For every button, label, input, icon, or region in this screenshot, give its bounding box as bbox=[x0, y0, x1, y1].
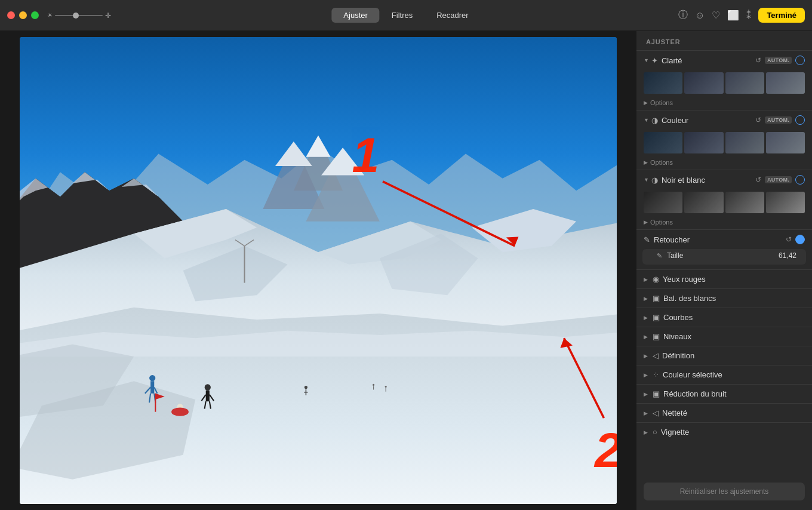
section-clarte: ▼ ✦ Clarté ↺ AUTOM. ▶ Options bbox=[636, 50, 812, 110]
chevron-right-icon: ▶ bbox=[644, 353, 648, 359]
thumbnail[interactable] bbox=[644, 192, 682, 213]
options-label: Options bbox=[650, 219, 673, 226]
slider-thumb[interactable] bbox=[73, 13, 79, 19]
face-icon[interactable]: ☺ bbox=[695, 10, 705, 21]
chevron-right-icon: ▶ bbox=[644, 159, 648, 165]
reduction-bruit-icon: ▣ bbox=[653, 389, 660, 398]
thumbnail[interactable] bbox=[725, 192, 764, 213]
toggle-circle-active[interactable] bbox=[795, 235, 805, 244]
tab-ajuster[interactable]: Ajuster bbox=[331, 8, 379, 23]
chevron-down-icon: ▼ bbox=[644, 177, 649, 183]
taille-icon: ✎ bbox=[657, 252, 662, 260]
auto-badge[interactable]: AUTOM. bbox=[765, 176, 792, 183]
courbes-title: Courbes bbox=[663, 313, 693, 322]
couleur-selective-title: Couleur sélective bbox=[663, 370, 722, 379]
svg-point-44 bbox=[385, 386, 386, 388]
main-content: 1 2 AJUSTER ▼ ✦ Clarté bbox=[0, 31, 812, 510]
section-niveaux[interactable]: ▶ ▣ Niveaux bbox=[636, 327, 812, 346]
undo-icon[interactable]: ↺ bbox=[786, 235, 792, 244]
clarte-icon: ✦ bbox=[651, 56, 658, 65]
nettete-title: Netteté bbox=[662, 408, 687, 417]
undo-icon[interactable]: ↺ bbox=[755, 56, 761, 64]
clarte-options[interactable]: ▶ Options bbox=[636, 97, 812, 110]
chevron-down-icon: ▼ bbox=[644, 117, 649, 123]
thumbnail[interactable] bbox=[684, 192, 723, 213]
retoucher-actions: ↺ bbox=[786, 235, 805, 244]
thumbnail[interactable] bbox=[684, 72, 723, 94]
section-noir-blanc: ▼ ◑ Noir et blanc ↺ AUTOM. ▶ Options bbox=[636, 170, 812, 229]
share-icon[interactable]: ⬜ bbox=[727, 10, 739, 21]
thumbnail[interactable] bbox=[684, 132, 723, 153]
courbes-icon: ▣ bbox=[653, 313, 660, 322]
chevron-right-icon: ▶ bbox=[644, 296, 648, 302]
section-definition[interactable]: ▶ ◁ Définition bbox=[636, 346, 812, 365]
brightness-max-icon: ✛ bbox=[105, 11, 111, 20]
svg-point-23 bbox=[149, 375, 155, 381]
chevron-right-icon: ▶ bbox=[644, 276, 648, 282]
section-clarte-header[interactable]: ▼ ✦ Clarté ↺ AUTOM. bbox=[636, 51, 812, 70]
section-vignette[interactable]: ▶ ○ Vignette bbox=[636, 422, 812, 441]
svg-point-32 bbox=[171, 407, 189, 416]
section-courbes[interactable]: ▶ ▣ Courbes bbox=[636, 308, 812, 327]
thumbnail[interactable] bbox=[725, 132, 764, 153]
vignette-icon: ○ bbox=[653, 428, 657, 437]
photo-background: 1 2 bbox=[20, 37, 617, 504]
reduction-bruit-title: Réduction du bruit bbox=[663, 389, 727, 398]
couleur-icon: ◑ bbox=[651, 116, 658, 125]
heart-icon[interactable]: ♡ bbox=[712, 10, 720, 21]
thumbnail[interactable] bbox=[644, 72, 682, 94]
reset-button[interactable]: Réinitialiser les ajustements bbox=[644, 483, 805, 500]
section-bal-blancs[interactable]: ▶ ▣ Bal. des blancs bbox=[636, 288, 812, 308]
section-reduction-bruit[interactable]: ▶ ▣ Réduction du bruit bbox=[636, 384, 812, 403]
undo-icon[interactable]: ↺ bbox=[755, 116, 761, 124]
noir-blanc-icon: ◑ bbox=[651, 176, 658, 185]
svg-point-33 bbox=[204, 384, 210, 390]
toggle-circle[interactable] bbox=[795, 56, 805, 65]
thumbnail[interactable] bbox=[725, 72, 764, 94]
nettete-icon: ◁ bbox=[653, 408, 659, 417]
brightness-slider[interactable]: ☀ ✛ bbox=[47, 11, 111, 20]
slider-track[interactable] bbox=[55, 15, 103, 16]
niveaux-title: Niveaux bbox=[663, 332, 691, 341]
tab-filtres[interactable]: Filtres bbox=[380, 8, 425, 23]
undo-icon[interactable]: ↺ bbox=[755, 176, 761, 184]
taille-row: ✎ Taille 61,42 bbox=[642, 249, 806, 265]
thumbnail[interactable] bbox=[644, 132, 682, 153]
section-couleur-selective[interactable]: ▶ ⁘ Couleur sélective bbox=[636, 365, 812, 384]
info-icon[interactable]: ⓘ bbox=[678, 9, 688, 21]
taille-value: 61,42 bbox=[779, 251, 796, 260]
toggle-circle[interactable] bbox=[795, 175, 805, 185]
compare-icon[interactable]: ⁑ bbox=[746, 10, 751, 21]
close-button[interactable] bbox=[7, 11, 15, 19]
niveaux-icon: ▣ bbox=[653, 332, 660, 341]
noir-blanc-options[interactable]: ▶ Options bbox=[636, 217, 812, 229]
fullscreen-button[interactable] bbox=[31, 11, 39, 19]
traffic-lights bbox=[7, 11, 39, 19]
minimize-button[interactable] bbox=[19, 11, 27, 19]
section-nettete[interactable]: ▶ ◁ Netteté bbox=[636, 403, 812, 422]
section-couleur-header[interactable]: ▼ ◑ Couleur ↺ AUTOM. bbox=[636, 110, 812, 130]
tab-bar: Ajuster Filtres Recadrer bbox=[331, 8, 480, 23]
mountain-svg: 1 2 bbox=[20, 37, 617, 504]
tab-recadrer[interactable]: Recadrer bbox=[425, 8, 480, 23]
thumbnail[interactable] bbox=[766, 192, 805, 213]
thumbnail[interactable] bbox=[766, 72, 805, 94]
titlebar-right: ⓘ ☺ ♡ ⬜ ⁑ Terminé bbox=[678, 8, 805, 23]
auto-badge[interactable]: AUTOM. bbox=[765, 57, 792, 64]
section-retoucher-header[interactable]: ✎ Retoucher ↺ bbox=[636, 230, 812, 249]
thumbnail[interactable] bbox=[766, 132, 805, 153]
photo-container: 1 2 bbox=[20, 37, 617, 504]
retoucher-icon: ✎ bbox=[644, 235, 650, 244]
section-yeux-rouges[interactable]: ▶ ◉ Yeux rouges bbox=[636, 269, 812, 288]
definition-title: Définition bbox=[662, 351, 694, 360]
auto-badge[interactable]: AUTOM. bbox=[765, 116, 792, 124]
chevron-right-icon: ▶ bbox=[644, 315, 648, 321]
toggle-circle[interactable] bbox=[795, 115, 805, 125]
termine-button[interactable]: Terminé bbox=[758, 8, 805, 23]
section-noir-blanc-header[interactable]: ▼ ◑ Noir et blanc ↺ AUTOM. bbox=[636, 170, 812, 189]
couleur-options[interactable]: ▶ Options bbox=[636, 157, 812, 170]
reset-container: Réinitialiser les ajustements bbox=[636, 473, 812, 510]
chevron-down-icon: ▼ bbox=[644, 57, 649, 63]
bal-blancs-title: Bal. des blancs bbox=[663, 294, 716, 303]
clarte-actions: ↺ AUTOM. bbox=[755, 56, 805, 65]
